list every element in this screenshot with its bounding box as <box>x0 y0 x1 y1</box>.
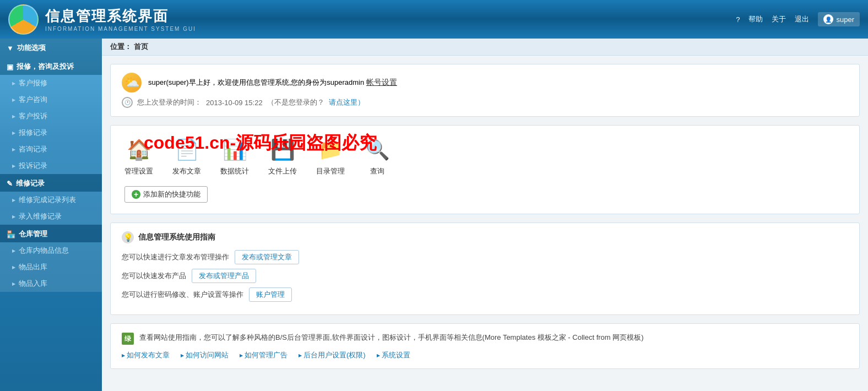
sidebar-item-repair-done-list[interactable]: 维修完成记录列表 <box>0 192 102 208</box>
sidebar-group-2-items: 维修完成记录列表 录入维修记录 <box>0 192 102 225</box>
qi-doc-icon: 📄 <box>173 137 200 163</box>
welcome-text: super(super)早上好，欢迎使用信息管理系统,您的身份为superadm… <box>148 78 397 88</box>
qi-search-icon: 🔍 <box>364 137 390 163</box>
sidebar-item-item-out[interactable]: 物品出库 <box>0 259 102 275</box>
qi-publish-article[interactable]: 📄 发布文章 <box>172 137 201 176</box>
guide-row-3: 您可以进行密码修改、账户设置等操作 账户管理 <box>122 287 848 302</box>
layout: ▼ 功能选项 ▣ 报修，咨询及投诉 客户报修 客户咨询 客户投诉 报修记录 咨询… <box>0 39 868 391</box>
quickicon-area: 🏠 管理设置 📄 发布文章 📊 数据统计 💾 文件上传 <box>110 125 860 214</box>
login-time: 2013-10-09 15:22 <box>206 99 263 107</box>
about-link[interactable]: 关于 <box>772 14 786 24</box>
welcome-row2: 🕐 您上次登录的时间： 2013-10-09 15:22 （不是您登录的？ 请点… <box>122 97 848 108</box>
welcome-row1: ⛅ super(super)早上好，欢迎使用信息管理系统,您的身份为supera… <box>122 73 848 93</box>
content-area: ⛅ super(super)早上好，欢迎使用信息管理系统,您的身份为supera… <box>102 56 868 377</box>
info-links: 如何发布文章 如何访问网站 如何管理广告 后台用户设置(权限) 系统设置 <box>122 350 848 360</box>
info-link-2[interactable]: 如何访问网站 <box>181 350 229 360</box>
qi-folder-icon: 📁 <box>317 137 344 163</box>
sidebar-item-repair-record[interactable]: 报修记录 <box>0 124 102 141</box>
breadcrumb-prefix: 位置： <box>110 42 132 51</box>
qi-data-stats[interactable]: 📊 数据统计 <box>220 137 249 176</box>
bulb-icon: 💡 <box>122 231 134 243</box>
sidebar-group-1-items: 客户报修 客户咨询 客户投诉 报修记录 咨询记录 投诉记录 <box>0 75 102 174</box>
user-panel[interactable]: 👤 super <box>818 12 860 26</box>
account-manage-btn[interactable]: 账户管理 <box>249 287 292 302</box>
main-content: 位置： 首页 ⛅ super(super)早上好，欢迎使用信息管理系统,您的身份… <box>102 39 868 391</box>
guide-box: 💡 信息管理系统使用指南 您可以快速进行文章发布管理操作 发布或管理文章 您可以… <box>110 222 860 315</box>
qi-manage-settings-label: 管理设置 <box>124 166 153 176</box>
breadcrumb-current: 首页 <box>134 42 148 51</box>
user-label: super <box>836 15 854 24</box>
sidebar-section-label: 功能选项 <box>17 43 46 53</box>
sidebar-group-2-title[interactable]: ✎ 维修记录 <box>0 174 102 192</box>
qi-file-upload[interactable]: 💾 文件上传 <box>268 137 297 176</box>
plus-icon: + <box>132 190 140 199</box>
add-shortcut-label: 添加新的快捷功能 <box>143 189 200 199</box>
sidebar-group-2-label: 维修记录 <box>16 178 45 188</box>
sidebar-group-1-label: 报修，咨询及投诉 <box>17 62 74 72</box>
qi-house-icon: 🏠 <box>126 137 152 163</box>
header-title-block: 信息管理系统界面 INFORMATION MANAGEMENT SYSTEM G… <box>45 7 196 32</box>
header-left: 信息管理系统界面 INFORMATION MANAGEMENT SYSTEM G… <box>8 4 196 35</box>
qi-chart-icon: 📊 <box>221 137 248 163</box>
user-avatar-icon: 👤 <box>823 14 833 24</box>
header-right: ? 帮助 关于 退出 👤 super <box>736 12 860 26</box>
guide-row-1-text: 您可以快速进行文章发布管理操作 <box>122 252 229 262</box>
info-box-text: 查看网站使用指南，您可以了解多种风格的B/S后台管理界面,软件界面设计，图标设计… <box>139 332 644 344</box>
guide-row-1: 您可以快速进行文章发布管理操作 发布或管理文章 <box>122 250 848 264</box>
help-link[interactable]: 帮助 <box>748 14 763 24</box>
publish-article-btn[interactable]: 发布或管理文章 <box>235 250 299 264</box>
login-time-prefix: 您上次登录的时间： <box>137 97 202 107</box>
arrow-down-icon: ▼ <box>7 44 14 52</box>
welcome-message: super(super)早上好，欢迎使用信息管理系统,您的身份为superadm… <box>148 78 364 86</box>
sidebar-item-customer-repair[interactable]: 客户报修 <box>0 75 102 91</box>
sidebar-section-header[interactable]: ▼ 功能选项 <box>0 39 102 57</box>
sidebar-item-customer-complaint[interactable]: 客户投诉 <box>0 108 102 124</box>
info-icon: 绿 <box>122 333 134 345</box>
qi-dir-manage[interactable]: 📁 目录管理 <box>316 137 345 176</box>
help-icon: ? <box>736 15 740 24</box>
sidebar-item-item-in[interactable]: 物品入库 <box>0 275 102 292</box>
header: 信息管理系统界面 INFORMATION MANAGEMENT SYSTEM G… <box>0 0 868 39</box>
sidebar-item-complaint-record[interactable]: 投诉记录 <box>0 158 102 174</box>
publish-product-btn[interactable]: 发布或管理产品 <box>192 269 256 283</box>
qi-publish-article-label: 发布文章 <box>172 166 201 176</box>
welcome-box: ⛅ super(super)早上好，欢迎使用信息管理系统,您的身份为supera… <box>110 64 860 117</box>
sidebar-group-2-icon: ✎ <box>7 180 13 188</box>
add-shortcut-button[interactable]: + 添加新的快捷功能 <box>124 186 208 203</box>
info-link-4[interactable]: 后台用户设置(权限) <box>299 350 366 360</box>
sidebar-group-3-label: 仓库管理 <box>19 229 47 239</box>
guide-row-2-text: 您可以快速发布产品 <box>122 271 186 281</box>
header-title-cn: 信息管理系统界面 <box>45 7 196 26</box>
qi-search[interactable]: 🔍 查询 <box>364 137 390 176</box>
sidebar-group-3-title[interactable]: 🏪 仓库管理 <box>0 225 102 242</box>
sidebar-item-consult-record[interactable]: 咨询记录 <box>0 141 102 158</box>
guide-title: 💡 信息管理系统使用指南 <box>122 231 848 243</box>
guide-row-3-text: 您可以进行密码修改、账户设置等操作 <box>122 290 243 300</box>
quickicon-grid: 🏠 管理设置 📄 发布文章 📊 数据统计 💾 文件上传 <box>124 137 845 176</box>
guide-row-2: 您可以快速发布产品 发布或管理产品 <box>122 269 848 283</box>
qi-manage-settings[interactable]: 🏠 管理设置 <box>124 137 153 176</box>
sidebar-group-3-items: 仓库内物品信息 物品出库 物品入库 <box>0 242 102 292</box>
info-box: 绿 查看网站使用指南，您可以了解多种风格的B/S后台管理界面,软件界面设计，图标… <box>110 323 860 369</box>
qi-dir-manage-label: 目录管理 <box>316 166 345 176</box>
guide-title-text: 信息管理系统使用指南 <box>138 232 215 242</box>
sidebar-item-warehouse-items[interactable]: 仓库内物品信息 <box>0 242 102 259</box>
info-link-5[interactable]: 系统设置 <box>377 350 410 360</box>
qi-upload-icon: 💾 <box>269 137 296 163</box>
login-question: （不是您登录的？ <box>267 97 324 107</box>
info-link-1[interactable]: 如何发布文章 <box>122 350 170 360</box>
sidebar-group-1-title[interactable]: ▣ 报修，咨询及投诉 <box>0 57 102 75</box>
not-me-link[interactable]: 请点这里） <box>329 97 365 107</box>
weather-icon: ⛅ <box>122 73 142 93</box>
qi-search-label: 查询 <box>370 166 384 176</box>
sidebar-group-3-icon: 🏪 <box>7 230 15 238</box>
sidebar-item-enter-repair-record[interactable]: 录入维修记录 <box>0 208 102 225</box>
clock-icon: 🕐 <box>122 97 133 108</box>
logout-link[interactable]: 退出 <box>795 14 809 24</box>
breadcrumb: 位置： 首页 <box>102 39 868 56</box>
sidebar-item-customer-consult[interactable]: 客户咨询 <box>0 91 102 108</box>
account-settings-link[interactable]: 帐号设置 <box>366 78 397 86</box>
info-link-3[interactable]: 如何管理广告 <box>240 350 287 360</box>
info-box-header: 绿 查看网站使用指南，您可以了解多种风格的B/S后台管理界面,软件界面设计，图标… <box>122 332 848 345</box>
sidebar-group-1-icon: ▣ <box>7 63 13 71</box>
